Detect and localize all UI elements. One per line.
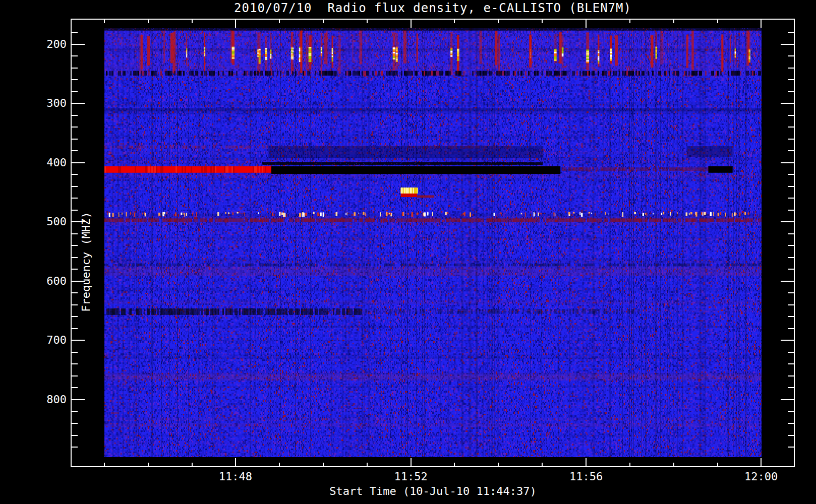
x-axis-title: Start Time (10-Jul-10 11:44:37) <box>104 485 762 497</box>
x-minor-tick <box>498 463 499 467</box>
x-major-tick <box>411 458 412 467</box>
y-minor-tick <box>71 210 78 211</box>
y-major-tick <box>71 221 85 222</box>
y-minor-tick <box>71 387 78 388</box>
y-minor-tick <box>788 269 795 270</box>
y-minor-tick <box>71 292 78 293</box>
y-minor-tick <box>788 292 795 293</box>
y-major-tick <box>71 281 85 282</box>
y-minor-tick <box>788 68 795 69</box>
y-tick-label: 700 <box>0 334 67 347</box>
x-major-tick <box>761 19 762 28</box>
y-axis-title: Frequency (MHZ) <box>80 146 92 378</box>
y-minor-tick <box>788 210 795 211</box>
x-major-tick <box>586 458 587 467</box>
x-minor-tick <box>454 463 455 467</box>
x-minor-tick <box>104 19 105 23</box>
y-major-tick <box>781 340 795 341</box>
x-minor-tick <box>629 463 630 467</box>
x-minor-tick <box>192 463 193 467</box>
y-minor-tick <box>71 186 78 187</box>
chart-title: 2010/07/10 Radio flux density, e-CALLIST… <box>71 1 795 16</box>
y-major-tick <box>71 103 85 104</box>
x-major-tick <box>411 19 412 28</box>
x-minor-tick <box>323 463 324 467</box>
y-minor-tick <box>788 55 795 56</box>
y-tick-label: 600 <box>0 275 67 288</box>
x-tick-label: 11:48 <box>200 470 271 483</box>
y-minor-tick <box>788 363 795 364</box>
y-minor-tick <box>788 435 795 436</box>
spectrogram-canvas <box>104 28 762 457</box>
y-minor-tick <box>788 127 795 128</box>
y-tick-label: 500 <box>0 215 67 228</box>
y-minor-tick <box>71 328 78 329</box>
x-tick-label: 11:52 <box>376 470 446 483</box>
y-minor-tick <box>71 79 78 80</box>
y-minor-tick <box>71 233 78 234</box>
y-minor-tick <box>788 352 795 353</box>
y-minor-tick <box>71 55 78 56</box>
y-minor-tick <box>71 150 78 151</box>
y-tick-label: 400 <box>0 156 67 169</box>
y-minor-tick <box>71 257 78 258</box>
y-major-tick <box>781 162 795 163</box>
y-minor-tick <box>71 32 78 33</box>
x-minor-tick <box>367 463 368 467</box>
y-minor-tick <box>788 139 795 140</box>
y-major-tick <box>781 44 795 45</box>
y-minor-tick <box>788 411 795 412</box>
y-minor-tick <box>71 269 78 270</box>
x-minor-tick <box>104 463 105 467</box>
x-minor-tick <box>673 463 674 467</box>
y-minor-tick <box>788 233 795 234</box>
y-minor-tick <box>71 198 78 199</box>
x-minor-tick <box>454 19 455 23</box>
x-minor-tick <box>542 463 543 467</box>
y-minor-tick <box>788 79 795 80</box>
y-minor-tick <box>788 32 795 33</box>
x-minor-tick <box>323 19 324 23</box>
y-minor-tick <box>788 186 795 187</box>
x-minor-tick <box>498 19 499 23</box>
x-major-tick <box>235 458 236 467</box>
y-major-tick <box>781 399 795 400</box>
y-minor-tick <box>71 375 78 376</box>
y-minor-tick <box>71 127 78 128</box>
y-minor-tick <box>788 198 795 199</box>
y-minor-tick <box>71 245 78 246</box>
y-major-tick <box>71 44 85 45</box>
y-tick-label: 200 <box>0 38 67 51</box>
y-major-tick <box>781 281 795 282</box>
y-minor-tick <box>71 304 78 305</box>
x-major-tick <box>761 458 762 467</box>
y-major-tick <box>71 162 85 163</box>
x-minor-tick <box>673 19 674 23</box>
x-tick-label: 12:00 <box>726 470 796 483</box>
y-minor-tick <box>788 304 795 305</box>
x-major-tick <box>586 19 587 28</box>
y-tick-label: 300 <box>0 97 67 110</box>
y-minor-tick <box>788 150 795 151</box>
y-minor-tick <box>71 352 78 353</box>
y-major-tick <box>781 221 795 222</box>
x-minor-tick <box>148 19 149 23</box>
x-minor-tick <box>367 19 368 23</box>
x-minor-tick <box>717 463 718 467</box>
y-minor-tick <box>788 328 795 329</box>
y-minor-tick <box>71 115 78 116</box>
x-minor-tick <box>717 19 718 23</box>
y-minor-tick <box>788 387 795 388</box>
y-major-tick <box>71 399 85 400</box>
y-minor-tick <box>788 447 795 448</box>
y-tick-label: 800 <box>0 393 67 406</box>
x-minor-tick <box>629 19 630 23</box>
y-minor-tick <box>71 68 78 69</box>
y-minor-tick <box>788 91 795 92</box>
y-minor-tick <box>788 375 795 376</box>
x-minor-tick <box>192 19 193 23</box>
y-minor-tick <box>788 245 795 246</box>
y-minor-tick <box>71 411 78 412</box>
x-minor-tick <box>279 463 280 467</box>
y-minor-tick <box>71 91 78 92</box>
